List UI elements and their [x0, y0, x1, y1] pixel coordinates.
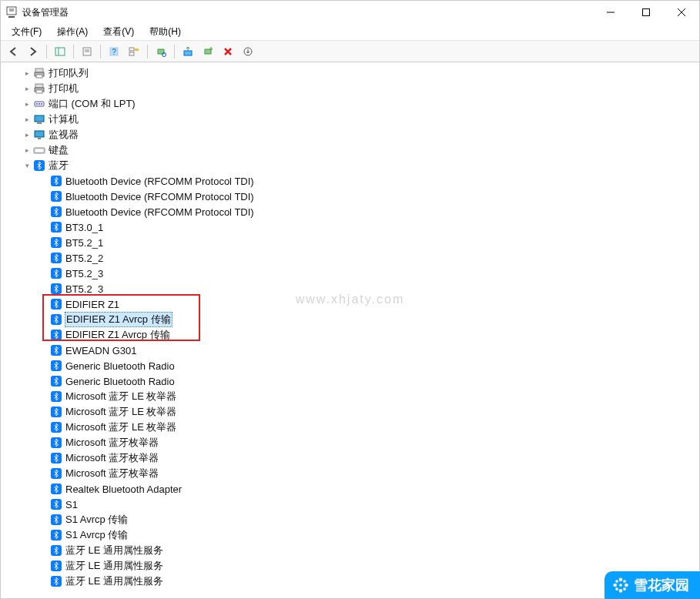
- item-label: S1: [65, 499, 78, 510]
- show-hide-tree-button[interactable]: [51, 43, 69, 60]
- menu-help[interactable]: 帮助(H): [142, 24, 189, 40]
- bluetooth-icon: [50, 267, 62, 279]
- scan-changes-button[interactable]: [239, 43, 257, 60]
- bluetooth-icon: [50, 298, 62, 310]
- svg-point-42: [613, 584, 617, 587]
- tree-category[interactable]: ▸端口 (COM 和 LPT): [2, 96, 698, 112]
- tree-item[interactable]: BT5.2_2: [2, 250, 698, 266]
- close-button[interactable]: [664, 1, 699, 24]
- back-button[interactable]: [4, 43, 22, 60]
- no-expander: [38, 575, 50, 587]
- scan-hardware-button[interactable]: [152, 43, 170, 60]
- svg-rect-16: [129, 52, 134, 55]
- tree-item[interactable]: Generic Bluetooth Radio: [2, 358, 698, 373]
- brand-badge: 雪花家园: [605, 571, 700, 599]
- tree-item[interactable]: Generic Bluetooth Radio: [2, 373, 698, 389]
- bluetooth-icon: [50, 452, 62, 464]
- tree-item[interactable]: 蓝牙 LE 通用属性服务: [2, 558, 698, 574]
- device-tree[interactable]: ▸打印队列▸打印机▸端口 (COM 和 LPT)▸计算机▸监视器▸键盘▾蓝牙Bl…: [1, 62, 699, 598]
- tree-item[interactable]: Microsoft 蓝牙 LE 枚举器: [2, 404, 698, 420]
- tree-category[interactable]: ▸打印机: [2, 81, 698, 96]
- chevron-right-icon[interactable]: ▸: [21, 98, 33, 110]
- item-label: Generic Bluetooth Radio: [65, 376, 175, 387]
- tree-category[interactable]: ▸键盘: [2, 142, 698, 158]
- view-mode-button[interactable]: [125, 43, 143, 60]
- forward-button[interactable]: [24, 43, 42, 60]
- tree-item[interactable]: Microsoft 蓝牙 LE 枚举器: [2, 389, 698, 404]
- bluetooth-icon: [50, 375, 62, 387]
- menu-action[interactable]: 操作(A): [49, 24, 95, 40]
- tree-item[interactable]: BT5.2_3: [2, 281, 698, 296]
- toolbar-separator: [73, 45, 74, 59]
- tree-item[interactable]: EDIFIER Z1 Avrcp 传输: [2, 327, 698, 343]
- svg-text:?: ?: [112, 48, 116, 56]
- bluetooth-icon: [50, 575, 62, 587]
- tree-category[interactable]: ▸计算机: [2, 112, 698, 127]
- bluetooth-icon: [50, 175, 62, 187]
- app-icon: [5, 6, 18, 18]
- tree-item[interactable]: Bluetooth Device (RFCOMM Protocol TDI): [2, 204, 698, 219]
- chevron-right-icon[interactable]: ▸: [21, 129, 33, 141]
- help-button[interactable]: ?: [105, 43, 123, 60]
- tree-item[interactable]: Microsoft 蓝牙枚举器: [2, 450, 698, 466]
- no-expander: [38, 498, 50, 510]
- tree-item[interactable]: S1 Avrcp 传输: [2, 512, 698, 527]
- chevron-down-icon[interactable]: ▾: [21, 159, 33, 172]
- tree-item[interactable]: S1 Avrcp 传输: [2, 527, 698, 543]
- tree-item[interactable]: BT5.2_3: [2, 266, 698, 281]
- tree-item[interactable]: Microsoft 蓝牙枚举器: [2, 466, 698, 481]
- tree-item[interactable]: BT3.0_1: [2, 219, 698, 235]
- tree-category[interactable]: ▾蓝牙: [2, 158, 698, 173]
- item-label: BT5.2_1: [65, 237, 103, 249]
- chevron-right-icon[interactable]: ▸: [21, 82, 33, 95]
- toolbar: ?: [1, 41, 699, 62]
- no-expander: [38, 421, 50, 433]
- no-expander: [38, 529, 50, 541]
- tree-item[interactable]: 蓝牙 LE 通用属性服务: [2, 574, 698, 589]
- chevron-right-icon[interactable]: ▸: [21, 67, 33, 79]
- port-icon: [33, 98, 45, 110]
- tree-item[interactable]: S1: [2, 497, 698, 512]
- tree-item[interactable]: Realtek Bluetooth Adapter: [2, 481, 698, 497]
- properties-button[interactable]: [78, 43, 96, 60]
- item-label: Bluetooth Device (RFCOMM Protocol TDI): [65, 191, 254, 202]
- tree-item[interactable]: BT5.2_1: [2, 235, 698, 250]
- no-expander: [38, 483, 50, 495]
- enable-device-button[interactable]: [199, 43, 217, 60]
- tree-category[interactable]: ▸监视器: [2, 127, 698, 142]
- svg-point-46: [615, 587, 618, 591]
- monitor-icon: [33, 129, 45, 141]
- minimize-button[interactable]: [593, 1, 628, 24]
- tree-item[interactable]: Microsoft 蓝牙 LE 枚举器: [2, 420, 698, 435]
- menubar: 文件(F) 操作(A) 查看(V) 帮助(H): [1, 24, 699, 41]
- category-label: 打印队列: [49, 66, 89, 80]
- bluetooth-icon: [50, 483, 62, 495]
- bluetooth-icon: [50, 406, 62, 418]
- tree-item[interactable]: EDIFIER Z1: [2, 296, 698, 312]
- menu-view[interactable]: 查看(V): [95, 24, 142, 40]
- tree-item[interactable]: Bluetooth Device (RFCOMM Protocol TDI): [2, 173, 698, 189]
- bluetooth-icon: [50, 390, 62, 403]
- update-driver-button[interactable]: [179, 43, 197, 60]
- tree-item[interactable]: 蓝牙 LE 通用属性服务: [2, 543, 698, 558]
- no-expander: [38, 560, 50, 572]
- item-label: EDIFIER Z1 Avrcp 传输: [65, 313, 172, 326]
- chevron-right-icon[interactable]: ▸: [21, 113, 33, 125]
- maximize-button[interactable]: [628, 1, 664, 24]
- uninstall-device-button[interactable]: [219, 43, 237, 60]
- svg-rect-1: [8, 16, 15, 18]
- no-expander: [38, 360, 50, 372]
- item-label: Bluetooth Device (RFCOMM Protocol TDI): [65, 176, 254, 187]
- item-label: EDIFIER Z1 Avrcp 传输: [65, 328, 170, 342]
- tree-item[interactable]: EDIFIER Z1 Avrcp 传输: [2, 312, 698, 327]
- toolbar-separator: [147, 45, 148, 59]
- titlebar: 设备管理器: [1, 1, 699, 24]
- svg-point-45: [623, 580, 626, 583]
- tree-item[interactable]: Bluetooth Device (RFCOMM Protocol TDI): [2, 189, 698, 204]
- item-label: BT5.2_3: [65, 268, 103, 279]
- tree-item[interactable]: Microsoft 蓝牙枚举器: [2, 435, 698, 450]
- menu-file[interactable]: 文件(F): [4, 24, 49, 40]
- tree-item[interactable]: EWEADN G301: [2, 343, 698, 358]
- chevron-right-icon[interactable]: ▸: [21, 144, 33, 156]
- tree-category[interactable]: ▸打印队列: [2, 65, 698, 81]
